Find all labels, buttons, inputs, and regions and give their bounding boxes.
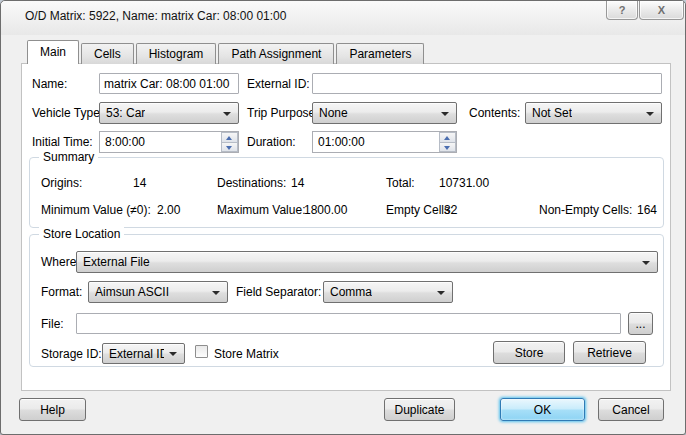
max-value-label: Maximum Value:	[217, 203, 305, 217]
spin-down-button[interactable]	[221, 143, 238, 153]
origins-label: Origins:	[41, 176, 82, 190]
arrow-up-icon	[226, 136, 232, 140]
file-label: File:	[41, 317, 64, 331]
store-location-groupbox: Store Location Where: External File Form…	[29, 234, 664, 367]
main-tab-page: Name: External ID: Vehicle Type: 53: Car…	[21, 63, 671, 391]
retrieve-button[interactable]: Retrieve	[573, 341, 646, 364]
spin-down-button[interactable]	[439, 143, 456, 153]
contents-label: Contents:	[469, 106, 520, 120]
tab-cells[interactable]: Cells	[81, 43, 134, 64]
field-separator-select[interactable]: Comma	[323, 281, 453, 303]
summary-groupbox: Summary Origins: 14 Destinations: 14 Tot…	[29, 157, 664, 228]
titlebar-help-button[interactable]: ?	[606, 1, 638, 20]
contents-select[interactable]: Not Set	[525, 102, 662, 124]
external-id-input[interactable]	[312, 73, 662, 94]
tab-path-assignment[interactable]: Path Assignment	[218, 43, 334, 64]
format-select[interactable]: Aimsun ASCII	[88, 281, 228, 303]
total-value: 10731.00	[439, 176, 489, 190]
tab-main[interactable]: Main	[27, 40, 79, 64]
empty-cells-value: 32	[444, 203, 457, 217]
help-icon: ?	[619, 4, 626, 16]
close-icon: X	[658, 4, 665, 16]
min-value-label: Minimum Value (≠0):	[41, 203, 151, 217]
destinations-label: Destinations:	[217, 176, 286, 190]
store-matrix-checkbox[interactable]	[195, 345, 208, 358]
tab-parameters[interactable]: Parameters	[336, 43, 424, 64]
non-empty-cells-value: 164	[637, 203, 657, 217]
trip-purpose-label: Trip Purpose:	[247, 106, 319, 120]
duplicate-button[interactable]: Duplicate	[384, 398, 455, 421]
format-label: Format:	[41, 285, 82, 299]
store-location-legend: Store Location	[39, 227, 124, 241]
ok-button[interactable]: OK	[500, 398, 585, 421]
chevron-down-icon	[169, 352, 177, 356]
tab-histogram[interactable]: Histogram	[136, 43, 217, 64]
chevron-down-icon	[437, 291, 445, 295]
chevron-down-icon	[223, 112, 231, 116]
name-input[interactable]	[99, 73, 239, 94]
name-label: Name:	[32, 77, 67, 91]
spin-up-button[interactable]	[439, 132, 456, 143]
help-button[interactable]: Help	[19, 398, 86, 421]
tab-bar: Main Cells Histogram Path Assignment Par…	[27, 40, 426, 64]
chevron-down-icon	[646, 112, 654, 116]
vehicle-type-select[interactable]: 53: Car	[99, 102, 239, 124]
duration-spinbox[interactable]: 01:00:00	[312, 131, 457, 153]
chevron-down-icon	[441, 112, 449, 116]
min-value-value: 2.00	[157, 203, 180, 217]
arrow-down-icon	[444, 146, 450, 150]
trip-purpose-select[interactable]: None	[312, 102, 457, 124]
vehicle-type-label: Vehicle Type:	[32, 106, 103, 120]
duration-label: Duration:	[247, 135, 296, 149]
od-matrix-dialog: O/D Matrix: 5922, Name: matrix Car: 08:0…	[0, 0, 686, 435]
chevron-down-icon	[212, 291, 220, 295]
non-empty-cells-label: Non-Empty Cells:	[539, 203, 632, 217]
initial-time-spinbox[interactable]: 8:00:00	[99, 131, 239, 153]
storage-id-label: Storage ID:	[41, 347, 102, 361]
external-id-label: External ID:	[247, 77, 310, 91]
chevron-down-icon	[642, 261, 650, 265]
total-label: Total:	[386, 176, 415, 190]
where-label: Where:	[41, 255, 80, 269]
spin-up-button[interactable]	[221, 132, 238, 143]
arrow-down-icon	[226, 146, 232, 150]
field-separator-label: Field Separator:	[236, 285, 321, 299]
origins-value: 14	[133, 176, 146, 190]
titlebar: O/D Matrix: 5922, Name: matrix Car: 08:0…	[1, 1, 685, 35]
close-button[interactable]: X	[639, 1, 684, 20]
summary-legend: Summary	[39, 150, 98, 164]
max-value-value: 1800.00	[304, 203, 347, 217]
destinations-value: 14	[291, 176, 304, 190]
storage-id-select[interactable]: External ID	[102, 343, 185, 364]
cancel-button[interactable]: Cancel	[598, 398, 664, 421]
arrow-up-icon	[444, 136, 450, 140]
store-button[interactable]: Store	[493, 341, 565, 364]
file-input[interactable]	[76, 313, 621, 334]
initial-time-label: Initial Time:	[32, 135, 93, 149]
window-title: O/D Matrix: 5922, Name: matrix Car: 08:0…	[25, 9, 286, 23]
store-matrix-label: Store Matrix	[214, 347, 279, 361]
browse-file-button[interactable]: ...	[628, 312, 653, 335]
where-select[interactable]: External File	[76, 251, 658, 273]
